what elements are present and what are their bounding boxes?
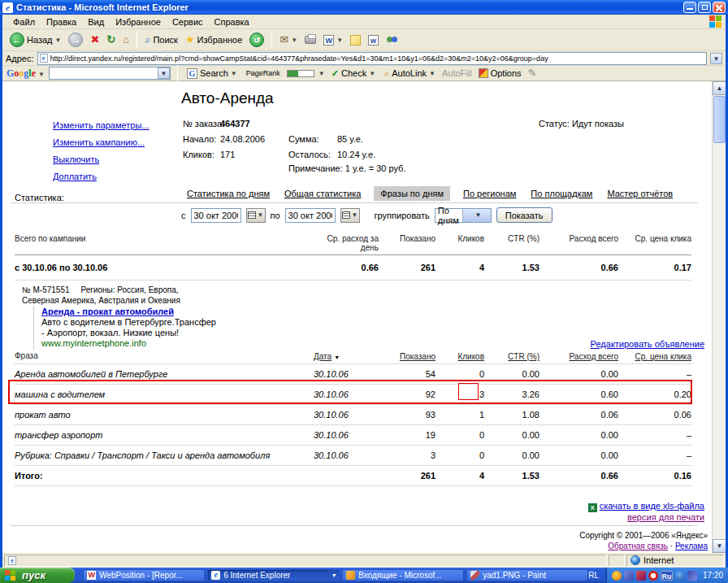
notes-button[interactable] [348, 34, 363, 46]
table-row: прокат авто 30.10.06 93 1 1.08 0.06 0.06 [15, 405, 691, 425]
google-search-input[interactable] [50, 67, 158, 79]
page-ie-icon: e [40, 54, 48, 63]
menu-edit[interactable]: Правка [41, 15, 82, 28]
calendar-from-button[interactable]: ▼ [246, 208, 266, 223]
change-campaign-link[interactable]: Изменить кампанию... [53, 137, 145, 147]
mail-button[interactable]: ✉▼ [277, 33, 300, 46]
col-header-clicks[interactable]: Кликов [457, 352, 484, 361]
home-button[interactable]: ⌂ [120, 33, 132, 46]
history-button[interactable]: ↺ [247, 32, 266, 48]
pay-more-link[interactable]: Доплатить [53, 172, 97, 181]
switch-off-link[interactable]: Выключить [53, 154, 99, 164]
google-search-dropdown[interactable]: ▼ [158, 67, 170, 79]
google-logo[interactable]: Google ▼ [6, 67, 45, 80]
minimize-button[interactable] [683, 2, 696, 13]
ad-url: www.myinternetphone.info [41, 338, 224, 349]
refresh-button[interactable]: ↻ [104, 33, 118, 46]
address-dropdown-icon[interactable]: ▼ [710, 53, 722, 64]
vertical-scrollbar[interactable]: ▲ ▼ [712, 81, 726, 553]
start-button[interactable]: пуск [0, 568, 75, 583]
taskbar-item-internet-explorer[interactable]: e 6 Internet Explorer [207, 569, 329, 581]
address-input[interactable] [50, 54, 704, 63]
restore-button[interactable] [698, 2, 711, 13]
menu-favorites[interactable]: Избранное [110, 15, 167, 28]
menu-tools[interactable]: Сервис [167, 15, 209, 28]
order-start-value: 24.08.2006 [220, 134, 265, 144]
page-title: Авто-Аренда [181, 89, 274, 107]
from-label: с [181, 211, 186, 220]
back-button[interactable]: ← Назад ▼ [7, 32, 63, 48]
back-icon: ← [10, 33, 24, 47]
tab-by-region[interactable]: По регионам [462, 186, 518, 201]
stop-button[interactable]: ✖ [88, 33, 102, 46]
ad-title-link[interactable]: Аренда - прокат автомобилей [41, 307, 174, 316]
spellcheck-button[interactable]: ✓Check▼ [329, 67, 378, 80]
tray-icon-2[interactable] [624, 571, 634, 581]
tab-general-stats[interactable]: Общая статистика [283, 186, 362, 201]
campaign-status: Статус: Идут показы [539, 119, 624, 128]
language-indicator[interactable]: Ru [661, 571, 673, 581]
autofill-button: AutoFill [442, 68, 472, 78]
close-button[interactable] [713, 2, 726, 13]
edit-ad-link[interactable]: Редактировать объявление [591, 339, 704, 349]
scrollbar-thumb[interactable] [713, 96, 726, 143]
scroll-up-icon[interactable]: ▲ [713, 81, 726, 95]
taskbar-item-outlook[interactable]: Входящие - Microsof... [342, 569, 464, 581]
options-button[interactable]: Options [476, 67, 524, 79]
order-clicks-label: Кликов: [183, 150, 214, 159]
language-bar[interactable]: RL [588, 571, 599, 580]
edit-button[interactable]: W▼ [321, 34, 345, 46]
scroll-down-icon[interactable]: ▼ [713, 539, 726, 553]
taskbar-item-webposition[interactable]: W WebPosition - [Repor... [83, 569, 205, 581]
titlebar: e Статистика - Microsoft Internet Explor… [0, 0, 728, 15]
change-params-link[interactable]: Изменить параметры... [53, 120, 150, 130]
tab-stats-by-day[interactable]: Статистика по дням [185, 186, 271, 201]
col-header-date[interactable]: Дата [314, 352, 332, 361]
col-header-shown[interactable]: Показано [400, 352, 436, 361]
mail-icon: ✉ [280, 34, 288, 46]
favorites-button[interactable]: ★ Избранное [183, 33, 245, 46]
pagerank-indicator[interactable]: PageRank [244, 68, 283, 78]
ad-creative: Аренда - прокат автомобилей Авто с водит… [33, 307, 224, 349]
back-dropdown-icon: ▼ [55, 37, 62, 44]
autolink-button[interactable]: ⌕AutoLink▼ [382, 67, 438, 80]
advertising-link[interactable]: Реклама [675, 542, 708, 550]
search-button[interactable]: ⌕ Поиск [142, 33, 180, 46]
tray-icon-5[interactable] [675, 571, 685, 581]
col-header-cost[interactable]: Расход всего [570, 352, 619, 361]
webpage-tool-button[interactable]: w [366, 34, 381, 46]
show-button[interactable]: Показать [496, 207, 552, 223]
forward-button[interactable]: → [66, 32, 85, 48]
webposition-icon: W [87, 571, 96, 580]
tray-icon-6[interactable] [687, 571, 697, 581]
order-number-label: № заказа: [183, 119, 224, 128]
google-search-button[interactable]: GSearch▼ [184, 67, 240, 80]
tray-icon-4[interactable] [648, 571, 658, 581]
taskbar-clock: 17:20 [703, 571, 723, 580]
tab-by-site[interactable]: По площадкам [529, 186, 594, 201]
menu-view[interactable]: Вид [82, 15, 110, 28]
pagerank-bar-icon [287, 70, 314, 77]
col-header-avg-price[interactable]: Ср. цена клика [635, 352, 691, 361]
feedback-link[interactable]: Обратная связь [608, 542, 668, 550]
taskbar-item-paint[interactable]: yad1.PNG - Paint [466, 569, 588, 581]
messenger-button[interactable] [384, 34, 401, 46]
separator [11, 525, 697, 526]
print-version-link[interactable]: версия для печати [627, 512, 704, 522]
tab-phrases-by-day[interactable]: Фразы по дням [374, 186, 450, 201]
date-to-input[interactable] [285, 208, 336, 223]
col-header-ctr[interactable]: CTR (%) [508, 352, 540, 361]
menu-help[interactable]: Справка [209, 15, 255, 28]
taskbar-group-arrow-icon[interactable]: ▼ [329, 569, 340, 581]
menu-file[interactable]: Файл [7, 15, 41, 28]
print-button[interactable] [302, 35, 318, 45]
download-xls-link[interactable]: скачать в виде xls-файла [600, 501, 704, 511]
calendar-to-button[interactable]: ▼ [340, 208, 360, 223]
tray-icon-1[interactable] [612, 571, 622, 581]
summary-header: Ср. цена клика [618, 234, 691, 252]
table-total-row: Итого: 261 4 1.53 0.66 0.16 [15, 466, 691, 486]
tab-report-wizard[interactable]: Мастер отчётов [605, 186, 674, 201]
group-select[interactable]: По дням▼ [435, 208, 492, 223]
date-from-input[interactable] [191, 208, 241, 223]
tray-icon-3[interactable] [636, 571, 646, 581]
